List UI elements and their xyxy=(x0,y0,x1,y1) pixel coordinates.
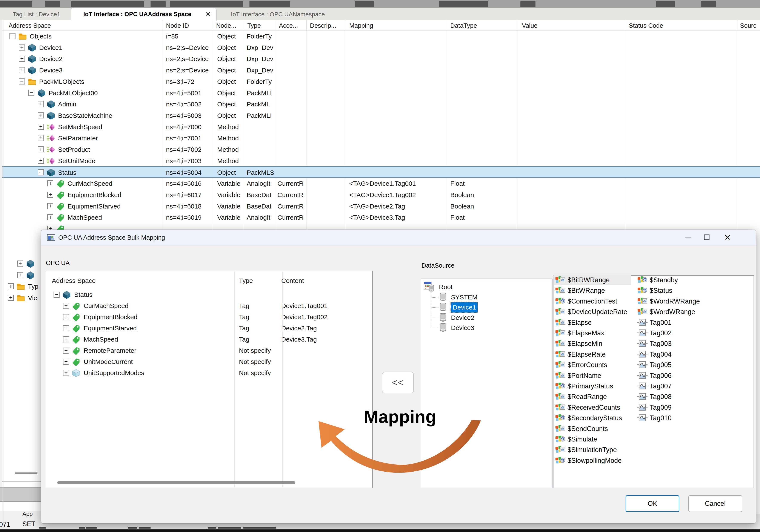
list-item[interactable]: $SecondaryStatus xyxy=(555,413,628,423)
expander-icon[interactable]: + xyxy=(47,214,53,220)
list-item[interactable]: Tag001 xyxy=(637,317,710,328)
table-row[interactable]: +EquipmentBlockedns=4;i=6017VariableBase… xyxy=(2,189,760,200)
list-item[interactable]: $ElapseRate xyxy=(555,349,628,360)
table-row[interactable]: + xyxy=(2,270,41,281)
expander-icon[interactable]: + xyxy=(63,359,69,365)
expander-icon[interactable]: + xyxy=(63,370,69,376)
expander-icon[interactable]: + xyxy=(38,112,44,118)
expander-icon[interactable]: + xyxy=(63,325,69,331)
expander-icon[interactable]: + xyxy=(63,303,69,309)
device-label[interactable]: Device1 xyxy=(451,302,478,313)
list-item[interactable]: $Status xyxy=(637,285,710,296)
dialog-tree-row[interactable]: +MachSpeedTagDevice3.Tag xyxy=(46,334,372,345)
expander-icon[interactable]: + xyxy=(63,314,69,320)
close-icon[interactable]: ✕ xyxy=(724,230,731,245)
dialog-tree-row[interactable]: +CurMachSpeedTagDevice1.Tag001 xyxy=(46,300,372,311)
expander-icon[interactable]: + xyxy=(19,44,25,51)
table-row[interactable]: +EquipmentStarvedns=4;i=6018VariableBase… xyxy=(2,200,760,212)
expander-icon[interactable]: + xyxy=(47,203,53,209)
list-item[interactable]: $Standby xyxy=(637,275,710,285)
table-row[interactable]: +Adminns=4;i=5002ObjectPackML xyxy=(2,99,760,110)
table-row[interactable]: +SetProductns=4;i=7002Method xyxy=(2,144,760,155)
tree-hscrollbar-thumb[interactable] xyxy=(15,472,37,474)
expander-icon[interactable]: − xyxy=(19,78,25,84)
list-item[interactable]: $BitWRange xyxy=(555,285,628,296)
column-header[interactable]: Value xyxy=(522,21,538,30)
dialog-tree-row[interactable]: +EquipmentBlockedTagDevice1.Tag002 xyxy=(46,311,372,323)
list-item[interactable]: $ReceivedCounts xyxy=(555,402,628,413)
device-label[interactable]: SYSTEM xyxy=(451,292,477,302)
list-item[interactable]: $SimulationType xyxy=(555,445,628,455)
list-item[interactable]: $ElapseMin xyxy=(555,338,628,349)
table-row[interactable]: +BaseStateMachinens=4;i=5003ObjectPackML… xyxy=(2,110,760,121)
table-row[interactable]: +Vie xyxy=(2,292,41,303)
list-item[interactable]: Tag010 xyxy=(637,413,710,423)
maximize-icon[interactable] xyxy=(704,235,709,240)
list-item[interactable]: Tag008 xyxy=(637,391,710,402)
background-scrollbar-track[interactable] xyxy=(0,487,41,502)
list-item[interactable]: $ReadRange xyxy=(555,391,628,402)
expander-icon[interactable]: + xyxy=(38,135,44,141)
column-header[interactable]: Address Space xyxy=(9,21,51,30)
column-header[interactable]: Mapping xyxy=(349,21,373,30)
table-row[interactable]: +Device2ns=2;s=DeviceObjectDxp_Dev xyxy=(2,53,760,65)
minimize-icon[interactable] xyxy=(685,238,691,238)
expander-icon[interactable]: + xyxy=(38,146,44,153)
column-header[interactable]: DataType xyxy=(450,21,477,30)
column-header[interactable]: Sourc xyxy=(740,21,756,30)
dialog-tree-row[interactable]: +UnitModeCurrentNot specify xyxy=(46,356,372,367)
table-row[interactable]: −PackMLObjectsns=3;i=72ObjectFolderTy xyxy=(2,76,760,87)
list-item[interactable]: $BitRWRange xyxy=(555,275,628,285)
list-item[interactable]: $Simulate xyxy=(555,434,628,445)
list-item[interactable]: Tag009 xyxy=(637,402,710,413)
table-row[interactable]: +Device3ns=2;s=DeviceObjectDxp_Dev xyxy=(2,65,760,76)
expander-icon[interactable]: + xyxy=(63,348,69,354)
dialog-tree-row[interactable]: +EquipmentStarvedTagDevice2.Tag xyxy=(46,323,372,334)
table-row[interactable]: +SetParameterns=4;i=7001Method xyxy=(2,132,760,144)
list-item[interactable]: Tag003 xyxy=(637,338,710,349)
cancel-button[interactable]: Cancel xyxy=(689,495,742,512)
tab-opcua-address-space[interactable]: IoT Interface : OPC UAAddress Space ✕ xyxy=(71,8,216,21)
list-item[interactable]: $ErrorCounts xyxy=(555,360,628,370)
expander-icon[interactable]: − xyxy=(28,90,34,96)
dialog-tree-row[interactable]: +RemoteParameterNot specify xyxy=(46,345,372,356)
expander-icon[interactable]: + xyxy=(19,67,25,73)
expander-icon[interactable]: + xyxy=(47,180,53,186)
table-row[interactable]: +SetMachSpeedns=4;i=7000Method xyxy=(2,121,760,133)
list-item[interactable]: $WordWRange xyxy=(637,306,710,317)
list-item[interactable]: $SlowpollingMode xyxy=(555,455,628,466)
tab-opcua-namespace[interactable]: IoT Interface : OPC UANamespace xyxy=(217,9,338,20)
expander-icon[interactable]: − xyxy=(38,169,44,175)
map-left-button[interactable]: << xyxy=(382,372,414,393)
table-row[interactable]: −Statusns=4;i=5004ObjectPackMLS xyxy=(2,166,760,178)
expander-icon[interactable]: + xyxy=(8,295,14,301)
expander-icon[interactable]: + xyxy=(38,101,44,107)
table-row[interactable]: +Device1ns=2;s=DeviceObjectDxp_Dev xyxy=(2,42,760,53)
expander-icon[interactable]: + xyxy=(47,192,53,198)
ok-button[interactable]: OK xyxy=(626,495,679,512)
list-item[interactable]: $PrimaryStatus xyxy=(555,381,628,391)
expander-icon[interactable]: + xyxy=(17,260,23,267)
list-item[interactable]: $DeviceUpdateRate xyxy=(555,306,628,317)
expander-icon[interactable]: + xyxy=(8,283,14,289)
table-row[interactable]: −PackMLObject00ns=4;i=5001ObjectPackMLI xyxy=(2,87,760,99)
column-header[interactable]: Node... xyxy=(216,21,236,30)
list-item[interactable]: $ElapseMax xyxy=(555,328,628,338)
expander-icon[interactable]: + xyxy=(17,272,23,278)
dialog-titlebar[interactable]: OPC UA Address Space Bulk Mapping ✕ xyxy=(41,230,756,245)
list-item[interactable]: $SendCounts xyxy=(555,423,628,434)
dialog-tree-row[interactable]: +UnitSupportedModesNot specify xyxy=(46,367,372,378)
column-header[interactable]: Type xyxy=(247,21,261,30)
expander-icon[interactable]: + xyxy=(19,56,25,62)
list-item[interactable]: $WordRWRange xyxy=(637,296,710,306)
expander-icon[interactable]: + xyxy=(38,124,44,130)
expander-icon[interactable]: + xyxy=(63,336,69,342)
column-header[interactable]: Node ID xyxy=(166,21,189,30)
column-header[interactable]: Descrip... xyxy=(310,21,336,30)
panel-hscrollbar-thumb[interactable] xyxy=(57,481,295,484)
list-item[interactable]: Tag006 xyxy=(637,370,710,381)
list-item[interactable]: $PortName xyxy=(555,370,628,381)
close-icon[interactable]: ✕ xyxy=(204,8,213,21)
list-item[interactable]: $Elapse xyxy=(555,317,628,328)
column-header[interactable]: Acce... xyxy=(279,21,298,30)
